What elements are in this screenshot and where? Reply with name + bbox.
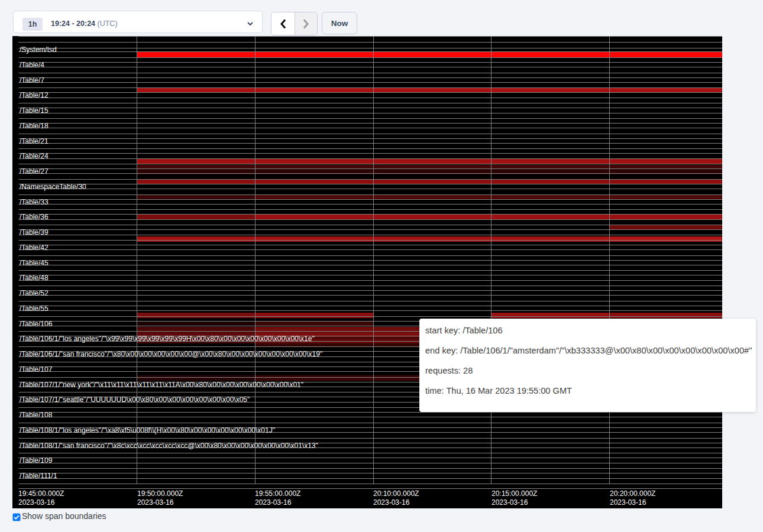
svg-text:/Table/15: /Table/15 (20, 106, 49, 115)
svg-text:/Table/7: /Table/7 (20, 76, 44, 85)
svg-text:/Table/107: /Table/107 (20, 365, 53, 374)
svg-text:/Table/106/1/"los angeles"/"\x: /Table/106/1/"los angeles"/"\x99\x99\x99… (20, 335, 315, 343)
svg-text:20:20:00.000Z: 20:20:00.000Z (610, 489, 655, 498)
svg-text:/Table/27: /Table/27 (20, 167, 49, 176)
svg-text:20:10:00.000Z: 20:10:00.000Z (373, 489, 419, 498)
svg-text:/Table/52: /Table/52 (20, 289, 49, 297)
svg-text:/Table/55: /Table/55 (20, 304, 49, 313)
svg-text:/Table/12: /Table/12 (20, 91, 49, 99)
svg-text:/Table/45: /Table/45 (20, 259, 49, 267)
svg-text:19:45:00.000Z: 19:45:00.000Z (18, 489, 64, 498)
svg-text:/Table/106: /Table/106 (20, 320, 53, 328)
svg-text:/Table/42: /Table/42 (20, 244, 49, 252)
svg-text:/Table/48: /Table/48 (20, 274, 49, 282)
svg-text:/NamespaceTable/30: /NamespaceTable/30 (20, 183, 86, 191)
svg-text:/Table/108/1/"san francisco"/": /Table/108/1/"san francisco"/"\x8c\xcc\x… (20, 442, 318, 450)
svg-text:2023-03-16: 2023-03-16 (492, 498, 528, 507)
svg-text:/Table/21: /Table/21 (20, 137, 49, 145)
svg-text:2023-03-16: 2023-03-16 (255, 498, 292, 507)
svg-text:/Table/39: /Table/39 (20, 228, 49, 236)
svg-text:19:50:00.000Z: 19:50:00.000Z (137, 489, 183, 498)
svg-text:19:55:00.000Z: 19:55:00.000Z (255, 489, 300, 498)
svg-text:/Table/36: /Table/36 (20, 213, 49, 221)
svg-text:2023-03-16: 2023-03-16 (373, 498, 410, 507)
svg-text:/Table/111/1: /Table/111/1 (20, 472, 57, 480)
svg-text:/Table/108: /Table/108 (20, 411, 53, 419)
svg-text:/Table/33: /Table/33 (20, 198, 49, 206)
svg-text:/Table/107/1/"new york"/"\x11\: /Table/107/1/"new york"/"\x11\x11\x11\x1… (20, 381, 303, 389)
svg-text:2023-03-16: 2023-03-16 (18, 498, 55, 507)
svg-text:/Table/18: /Table/18 (20, 122, 49, 130)
svg-text:/Table/24: /Table/24 (20, 152, 49, 160)
svg-text:/Table/109: /Table/109 (20, 456, 53, 465)
svg-text:/Table/108/1/"los angeles"/"\x: /Table/108/1/"los angeles"/"\xa8\xf5\u00… (20, 426, 275, 434)
svg-text:/Table/106/1/"san francisco"/": /Table/106/1/"san francisco"/"\x80\x00\x… (20, 350, 322, 358)
svg-text:/Table/107/1/"seattle"/"UUUUUU: /Table/107/1/"seattle"/"UUUUUUD\x00\x80\… (20, 395, 250, 404)
svg-text:20:15:00.000Z: 20:15:00.000Z (492, 489, 537, 498)
svg-text:2023-03-16: 2023-03-16 (610, 498, 646, 507)
svg-text:/Table/4: /Table/4 (20, 61, 44, 69)
svg-text:/System/tsd: /System/tsd (20, 46, 57, 54)
svg-text:2023-03-16: 2023-03-16 (137, 498, 174, 507)
